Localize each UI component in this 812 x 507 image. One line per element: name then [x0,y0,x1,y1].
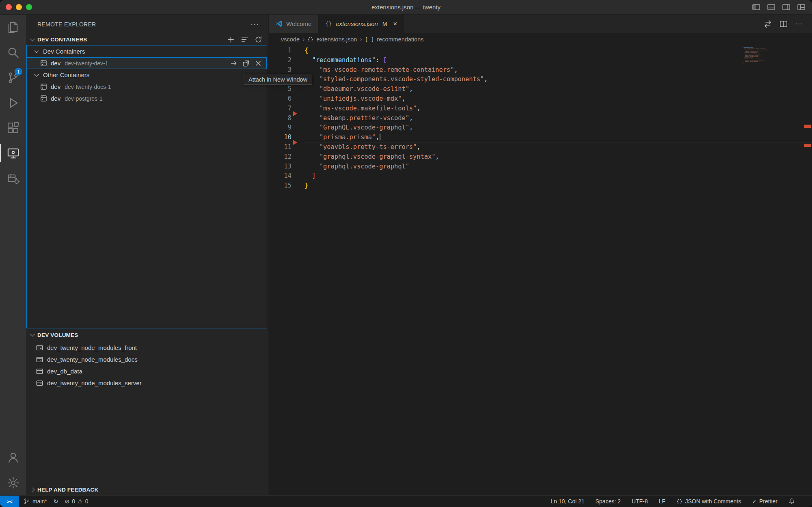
scm-badge: 1 [15,68,22,76]
line-number: 11 [269,142,292,152]
line-number: 15 [269,181,292,191]
warnings-icon: ⚠ [78,498,83,505]
volume-name: dev_twenty_node_modules_docs [47,356,138,363]
accounts-button[interactable] [0,445,26,470]
container-item-dev-twenty-dev-1[interactable]: devdev-twenty-dev-1 [27,57,267,69]
code-line-1[interactable]: { [304,46,812,56]
filter-icon[interactable] [241,36,248,43]
breadcrumb-symbol[interactable]: recommendations [377,36,423,43]
branch-label: main* [32,498,47,505]
toggle-secondary-sidebar-icon[interactable] [782,3,790,11]
sidebar-item-extensions[interactable] [0,115,26,140]
sidebar-item-explorer[interactable] [0,15,26,40]
toggle-primary-sidebar-icon[interactable] [752,3,760,11]
run-debug-icon [7,97,19,109]
close-tab-icon[interactable]: × [393,20,397,28]
tab-welcome[interactable]: Welcome [269,15,318,33]
pane-header-dev-volumes[interactable]: DEV VOLUMES [26,329,268,341]
eol-status[interactable]: LF [659,498,665,505]
code-editor[interactable]: 123456789101112131415 { "recommendations… [269,46,812,495]
json-file-icon: {} [307,37,313,43]
editor-group: Welcome {} extensions.json M × ··· .vsco… [269,15,812,495]
line-number: 13 [269,162,292,172]
toggle-panel-icon[interactable] [767,3,775,11]
tree-group-dev-containers[interactable]: Dev Containers [27,45,267,57]
volume-item-dev_db_data[interactable]: dev_db_data [26,365,268,377]
notifications-button[interactable] [788,498,795,505]
more-actions-icon[interactable]: ··· [251,20,259,29]
problems-status[interactable]: ⊘ 0 ⚠ 0 [65,498,89,505]
volume-item-dev_twenty_node_modules_front[interactable]: dev_twenty_node_modules_front [26,342,268,354]
code-line-8[interactable]: "esbenp.prettier-vscode", [304,114,812,123]
errors-icon: ⊘ [65,498,70,505]
code-lines[interactable]: { "recommendations": [ "ms-vscode-remote… [304,46,812,191]
pane-header-help-and-feedback[interactable]: HELP AND FEEDBACK [26,484,268,495]
search-icon [7,46,19,59]
sidebar-item-containers[interactable] [0,166,26,191]
pane-title: DEV VOLUMES [37,332,78,338]
code-line-5[interactable]: "dbaeumer.vscode-eslint", [304,84,812,94]
attach-new-window-icon[interactable] [242,60,250,67]
pane-title: HELP AND FEEDBACK [37,487,98,493]
sidebar-item-run-debug[interactable] [0,90,26,115]
bell-icon [788,498,795,505]
breadcrumb-file[interactable]: extensions.json [316,36,357,43]
indentation-status[interactable]: Spaces: 2 [596,498,621,505]
sidebar-header: REMOTE EXPLORER ··· [26,15,268,34]
code-line-7[interactable]: "ms-vscode.makefile-tools", [304,104,812,114]
formatter-status[interactable]: ✓ Prettier [752,498,777,505]
branch-status[interactable]: main* [24,498,47,505]
container-description: dev-postgres-1 [65,95,102,102]
add-icon[interactable] [227,36,235,43]
more-actions-icon[interactable]: ··· [795,20,803,28]
tab-label: Welcome [286,20,311,27]
code-line-11[interactable]: "yoavbls.pretty-ts-errors", [304,142,812,152]
code-line-4[interactable]: "styled-components.vscode-styled-compone… [304,75,812,84]
volume-icon [36,367,43,375]
code-line-2[interactable]: "recommendations": [ [304,56,812,65]
sync-status[interactable]: ↻ [54,498,58,505]
refresh-icon[interactable] [255,36,262,43]
close-icon[interactable] [255,60,262,67]
tree-group-label: Dev Containers [43,48,85,55]
open-changes-icon[interactable] [764,20,772,28]
line-number: 8 [269,114,292,123]
container-name: dev [51,60,60,67]
code-line-10[interactable]: "prisma.prisma", [304,133,812,142]
code-line-3[interactable]: "ms-vscode-remote.remote-containers", [304,65,812,75]
cursor-position-status[interactable]: Ln 10, Col 21 [551,498,584,505]
pane-header-dev-containers[interactable]: DEV CONTAINERS [26,34,268,45]
remote-indicator[interactable]: >< [0,496,19,507]
code-line-14[interactable]: ] [304,171,812,181]
sidebar-item-search[interactable] [0,40,26,65]
split-editor-icon[interactable] [780,20,788,28]
container-description: dev-twenty-docs-1 [65,84,111,90]
check-icon: ✓ [752,498,757,505]
customize-layout-icon[interactable] [797,3,806,11]
warnings-count: 0 [85,498,89,505]
encoding-status[interactable]: UTF-8 [632,498,648,505]
volume-item-dev_twenty_node_modules_docs[interactable]: dev_twenty_node_modules_docs [26,354,268,365]
title-bar: extensions.json — twenty [0,0,812,15]
breadcrumb-folder[interactable]: .vscode [279,36,300,43]
chevron-down-icon [30,332,35,336]
line-number: 7 [269,104,292,114]
sidebar-item-source-control[interactable]: 1 [0,65,26,90]
sidebar-item-remote-explorer[interactable] [0,140,26,166]
code-line-9[interactable]: "GraphQL.vscode-graphql", [304,123,812,133]
tree-group-other-containers[interactable]: Other Containers [27,69,267,81]
extensions-icon [7,122,19,134]
code-line-13[interactable]: "graphql.vscode-graphql" [304,162,812,172]
language-mode-status[interactable]: {} JSON with Comments [676,498,741,505]
tab-extensions-json[interactable]: {} extensions.json M × [318,15,404,33]
code-line-12[interactable]: "graphql.vscode-graphql-syntax", [304,152,812,162]
container-item-dev-postgres-1[interactable]: devdev-postgres-1 [27,93,267,104]
attach-container-icon[interactable] [230,60,238,67]
volume-item-dev_twenty_node_modules_server[interactable]: dev_twenty_node_modules_server [26,377,268,389]
container-item-dev-twenty-docs-1[interactable]: devdev-twenty-docs-1 [27,81,267,93]
minimap[interactable]: { "recommendations": [ "ms-vscode-remote… [742,46,767,65]
code-line-6[interactable]: "unifiedjs.vscode-mdx", [304,94,812,104]
settings-button[interactable] [0,470,26,495]
sync-icon: ↻ [54,498,58,505]
code-line-15[interactable]: } [304,181,812,191]
